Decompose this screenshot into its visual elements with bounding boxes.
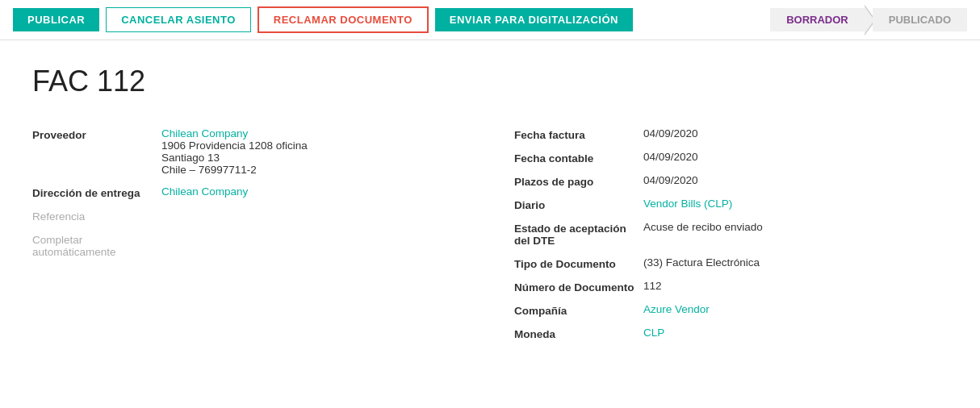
right-section: Fecha factura 04/09/2020 Fecha contable … — [514, 123, 948, 345]
moneda-link[interactable]: CLP — [643, 327, 664, 339]
moneda-label: Moneda — [514, 327, 643, 340]
main-content: FAC 112 Proveedor Chilean Company 1906 P… — [0, 40, 980, 369]
diario-link[interactable]: Vendor Bills (CLP) — [643, 198, 732, 210]
status-borrador: BORRADOR — [770, 8, 865, 31]
completar-label: Completarautomáticamente — [32, 232, 116, 258]
numero-documento-row: Número de Documento 112 — [514, 275, 948, 298]
estado-dte-value: Acuse de recibo enviado — [643, 221, 763, 233]
proveedor-field-row: Proveedor Chilean Company 1906 Providenc… — [32, 123, 466, 181]
proveedor-company-link[interactable]: Chilean Company — [161, 127, 308, 139]
fecha-contable-value: 04/09/2020 — [643, 151, 698, 163]
tipo-documento-value: (33) Factura Electrónica — [643, 256, 760, 269]
tipo-documento-label: Tipo de Documento — [514, 256, 643, 270]
compania-link[interactable]: Azure Vendor — [643, 303, 710, 315]
direccion-entrega-link[interactable]: Chilean Company — [161, 185, 248, 198]
completar-field-row: Completarautomáticamente — [32, 227, 466, 263]
diario-label: Diario — [514, 198, 643, 211]
proveedor-address: Chilean Company 1906 Providencia 1208 of… — [161, 127, 308, 176]
numero-documento-value: 112 — [643, 280, 662, 292]
proveedor-addr2: Santiago 13 — [161, 152, 308, 164]
left-section: Proveedor Chilean Company 1906 Providenc… — [32, 123, 466, 345]
form-grid: Proveedor Chilean Company 1906 Providenc… — [32, 123, 948, 345]
fecha-contable-label: Fecha contable — [514, 151, 643, 164]
referencia-label: Referencia — [32, 209, 161, 223]
proveedor-addr3: Chile – 76997711-2 — [161, 164, 308, 176]
estado-dte-row: Estado de aceptacióndel DTE Acuse de rec… — [514, 216, 948, 252]
referencia-field-row: Referencia — [32, 204, 466, 227]
moneda-row: Moneda CLP — [514, 322, 948, 345]
direccion-entrega-field-row: Dirección de entrega Chilean Company — [32, 181, 466, 204]
plazos-pago-row: Plazos de pago 04/09/2020 — [514, 169, 948, 193]
numero-documento-label: Número de Documento — [514, 280, 643, 294]
fecha-factura-row: Fecha factura 04/09/2020 — [514, 123, 948, 146]
proveedor-addr1: 1906 Providencia 1208 oficina — [161, 139, 308, 152]
fecha-factura-value: 04/09/2020 — [643, 127, 698, 139]
direccion-entrega-label: Dirección de entrega — [32, 185, 161, 199]
cancel-asiento-button[interactable]: CANCELAR ASIENTO — [106, 7, 251, 32]
plazos-pago-label: Plazos de pago — [514, 174, 643, 188]
enviar-digitalizacion-button[interactable]: ENVIAR PARA DIGITALIZACIÓN — [435, 8, 633, 31]
status-bar: BORRADOR PUBLICADO — [770, 8, 967, 31]
estado-dte-label: Estado de aceptacióndel DTE — [514, 221, 643, 247]
fecha-contable-row: Fecha contable 04/09/2020 — [514, 146, 948, 169]
status-publicado: PUBLICADO — [873, 8, 967, 31]
proveedor-label: Proveedor — [32, 127, 161, 141]
fecha-factura-label: Fecha factura — [514, 127, 643, 141]
diario-row: Diario Vendor Bills (CLP) — [514, 193, 948, 216]
tipo-documento-row: Tipo de Documento (33) Factura Electróni… — [514, 252, 948, 275]
plazos-pago-value: 04/09/2020 — [643, 174, 698, 186]
document-title: FAC 112 — [32, 65, 948, 98]
publish-button[interactable]: PUBLICAR — [13, 8, 99, 31]
toolbar: PUBLICAR CANCELAR ASIENTO RECLAMAR DOCUM… — [0, 0, 980, 40]
compania-row: Compañía Azure Vendor — [514, 298, 948, 322]
reclamar-documento-button[interactable]: RECLAMAR DOCUMENTO — [258, 6, 429, 33]
compania-label: Compañía — [514, 303, 643, 317]
